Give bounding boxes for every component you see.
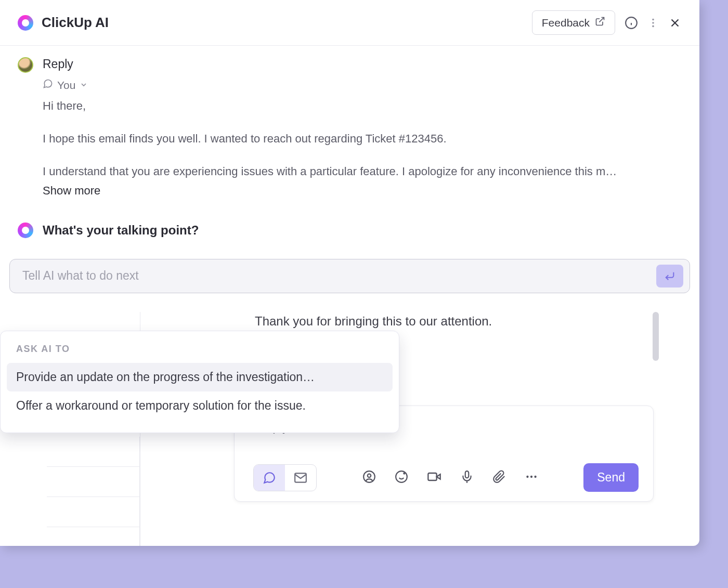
feedback-label: Feedback bbox=[542, 17, 590, 29]
reply-toolbar: Send bbox=[253, 463, 639, 492]
info-button[interactable] bbox=[625, 16, 638, 30]
message-line-3: I understand that you are experiencing i… bbox=[43, 162, 682, 180]
svg-point-6 bbox=[652, 25, 654, 27]
reply-mode-toggle bbox=[253, 464, 317, 491]
header-left: ClickUp AI bbox=[18, 15, 109, 31]
recipient-selector[interactable]: You bbox=[43, 79, 682, 92]
svg-point-23 bbox=[534, 475, 536, 477]
message-content: Reply You Hi there, I hope this email fi… bbox=[43, 57, 682, 198]
panel-title: ClickUp AI bbox=[42, 15, 109, 31]
svg-point-11 bbox=[367, 474, 371, 477]
clickup-ai-logo-icon bbox=[18, 15, 33, 31]
suggestions-heading: ASK AI TO bbox=[7, 342, 393, 363]
message-body: Hi there, I hope this email finds you we… bbox=[43, 97, 682, 181]
clickup-ai-logo-icon bbox=[18, 223, 33, 238]
chevron-down-icon bbox=[80, 79, 88, 92]
microphone-icon[interactable] bbox=[460, 470, 474, 486]
chat-icon bbox=[43, 79, 53, 92]
message-row: Reply You Hi there, I hope this email fi… bbox=[18, 57, 682, 198]
submit-button[interactable] bbox=[656, 265, 683, 288]
existing-reply-text: Thank you for bringing this to our atten… bbox=[255, 314, 492, 329]
feedback-button[interactable]: Feedback bbox=[532, 10, 615, 35]
ai-input-bar bbox=[9, 259, 690, 293]
talking-point-row: What's your talking point? bbox=[18, 223, 682, 238]
svg-rect-19 bbox=[465, 471, 469, 478]
talking-point-title: What's your talking point? bbox=[43, 223, 199, 238]
svg-point-5 bbox=[652, 22, 654, 24]
more-icon[interactable] bbox=[525, 470, 538, 486]
reply-toolbar-icons bbox=[362, 469, 538, 486]
send-button[interactable]: Send bbox=[583, 463, 639, 492]
ai-panel: ClickUp AI Feedback Reply bbox=[0, 0, 699, 546]
email-mode-button[interactable] bbox=[285, 465, 316, 491]
message-line-2: I hope this email finds you well. I want… bbox=[43, 129, 682, 148]
message-title: Reply bbox=[43, 57, 682, 71]
mention-icon[interactable] bbox=[362, 470, 376, 486]
svg-point-21 bbox=[526, 475, 528, 477]
video-icon[interactable] bbox=[427, 469, 441, 486]
panel-header: ClickUp AI Feedback bbox=[0, 0, 699, 46]
recipient-label: You bbox=[57, 79, 75, 92]
message-line-1: Hi there, bbox=[43, 97, 682, 115]
svg-rect-17 bbox=[428, 473, 436, 480]
suggestions-popover: ASK AI TO Provide an update on the progr… bbox=[0, 331, 399, 433]
show-more-button[interactable]: Show more bbox=[43, 184, 682, 198]
suggestion-item[interactable]: Provide an update on the progress of the… bbox=[7, 363, 393, 391]
emoji-icon[interactable] bbox=[395, 470, 408, 486]
ai-text-input[interactable] bbox=[22, 269, 656, 283]
more-button[interactable] bbox=[647, 17, 659, 29]
header-right: Feedback bbox=[532, 10, 682, 35]
scrollbar-thumb[interactable] bbox=[653, 312, 659, 361]
panel-body: Reply You Hi there, I hope this email fi… bbox=[0, 46, 699, 238]
svg-point-4 bbox=[652, 18, 654, 20]
close-button[interactable] bbox=[668, 16, 682, 30]
svg-line-0 bbox=[599, 18, 604, 22]
user-avatar bbox=[18, 57, 33, 73]
external-link-icon bbox=[595, 16, 605, 29]
chat-mode-button[interactable] bbox=[254, 465, 285, 491]
attachment-icon[interactable] bbox=[492, 470, 506, 486]
suggestion-item[interactable]: Offer a workaround or temporary solution… bbox=[7, 391, 393, 420]
svg-point-22 bbox=[530, 475, 532, 477]
